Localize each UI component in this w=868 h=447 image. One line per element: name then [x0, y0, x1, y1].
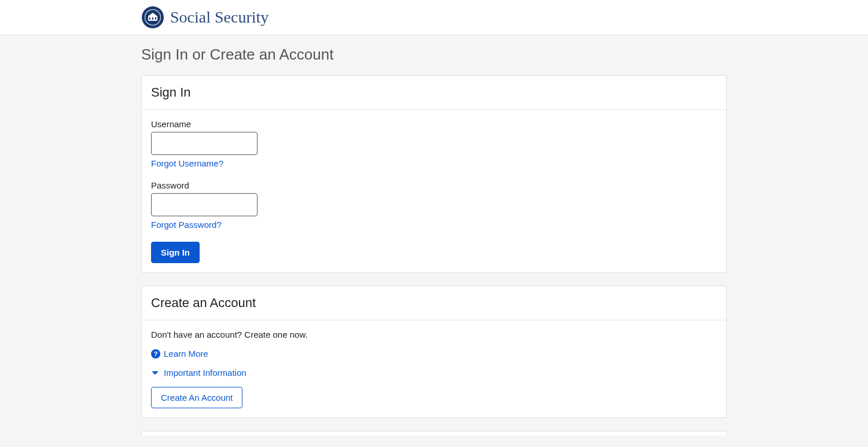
password-label: Password: [151, 180, 717, 190]
signin-button[interactable]: Sign In: [151, 242, 200, 263]
forgot-username-link[interactable]: Forgot Username?: [151, 158, 223, 168]
signin-panel: Sign In Username Forgot Username? Passwo…: [141, 75, 727, 273]
chevron-down-icon: [151, 369, 159, 377]
page-title: Sign In or Create an Account: [141, 46, 727, 64]
signin-heading: Sign In: [151, 85, 717, 100]
svg-rect-6: [155, 17, 156, 20]
username-input[interactable]: [151, 132, 258, 155]
svg-rect-4: [149, 17, 150, 20]
create-account-button[interactable]: Create An Account: [151, 387, 242, 408]
create-account-heading: Create an Account: [151, 295, 717, 311]
learn-more-label: Learn More: [164, 349, 208, 359]
important-information-label: Important Information: [164, 368, 247, 378]
learn-more-link[interactable]: ? Learn More: [151, 349, 717, 359]
site-title: Social Security: [170, 8, 269, 27]
password-input[interactable]: [151, 193, 258, 216]
ssa-seal-icon: [141, 6, 164, 29]
site-header: Social Security: [0, 0, 868, 35]
create-account-prompt: Don't have an account? Create one now.: [151, 330, 717, 339]
svg-rect-5: [152, 17, 153, 20]
create-account-panel: Create an Account Don't have an account?…: [141, 286, 727, 418]
next-panel-top: [141, 431, 727, 435]
important-information-toggle[interactable]: Important Information: [151, 368, 717, 378]
username-label: Username: [151, 119, 717, 129]
question-circle-icon: ?: [151, 349, 160, 359]
forgot-password-link[interactable]: Forgot Password?: [151, 220, 222, 230]
